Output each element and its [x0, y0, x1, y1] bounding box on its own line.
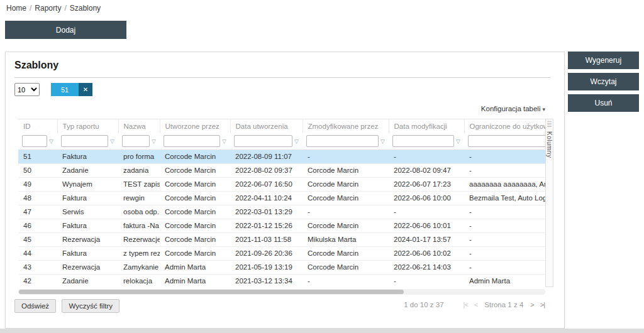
- breadcrumb-current: Szablony: [70, 4, 101, 13]
- filter-input[interactable]: [468, 135, 545, 147]
- filter-funnel-icon[interactable]: ▽: [49, 138, 53, 145]
- breadcrumb-reports-link[interactable]: Raporty: [35, 4, 61, 13]
- table-cell: -: [303, 274, 389, 287]
- filter-input[interactable]: [22, 135, 47, 147]
- page-size-select[interactable]: 10: [14, 83, 40, 96]
- table-cell: -: [303, 150, 389, 163]
- filter-funnel-icon[interactable]: ▽: [110, 138, 114, 145]
- table-cell: Rezerwacja: [57, 260, 118, 274]
- filter-input[interactable]: [392, 135, 454, 147]
- filter-cell: ▽: [230, 133, 303, 150]
- table-cell: 42: [18, 274, 57, 287]
- table-cell: pro forma: [118, 150, 160, 163]
- filter-cell: ▽: [160, 133, 230, 150]
- first-page-icon[interactable]: |<: [464, 301, 468, 308]
- delete-button[interactable]: Usuń: [568, 94, 639, 112]
- header-row: IDTyp raportuNazwaUtworzone przezData ut…: [18, 119, 545, 133]
- generate-button[interactable]: Wygeneruj: [568, 52, 639, 69]
- horizontal-scrollbar[interactable]: [18, 289, 545, 295]
- add-button[interactable]: Dodaj: [5, 21, 126, 39]
- table-cell: aaaaaaaa aaaaaaaa, Anna: [464, 177, 545, 191]
- table-cell: 51: [18, 150, 57, 163]
- filter-funnel-icon[interactable]: ▽: [222, 138, 226, 145]
- table-cell: Admin Marta: [160, 260, 230, 274]
- filter-input[interactable]: [234, 135, 292, 147]
- table-cell: 2022-06-21 14:03: [389, 260, 464, 274]
- prev-page-icon[interactable]: <: [474, 301, 477, 308]
- table-row[interactable]: 43RezerwacjaZamykanie ...Admin Marta2021…: [18, 260, 545, 274]
- filter-funnel-icon[interactable]: ▽: [294, 138, 299, 145]
- table-cell: relokacja: [118, 274, 160, 287]
- table-cell: 47: [18, 205, 57, 219]
- filter-chip[interactable]: 51 ✕: [51, 83, 92, 96]
- table-cell: 2022-06-06 10:02: [389, 246, 464, 260]
- filter-input[interactable]: [164, 135, 220, 147]
- next-page-icon[interactable]: >: [530, 301, 533, 308]
- page-title: Szablony: [14, 60, 58, 71]
- table-cell: Corcode Marcin: [303, 191, 389, 205]
- clear-filters-button[interactable]: Wyczyść filtry: [62, 299, 119, 313]
- column-header[interactable]: Ograniczone do użytkowni: [464, 119, 545, 133]
- grip-icon: ||||: [548, 121, 552, 128]
- filter-input[interactable]: [122, 135, 150, 147]
- breadcrumb-separator: /: [64, 4, 66, 13]
- column-header[interactable]: Utworzone przez: [160, 119, 230, 133]
- table-cell: 45: [18, 232, 57, 246]
- load-button[interactable]: Wczytaj: [568, 73, 639, 90]
- templates-panel: Szablony 10 51 ✕ Konfiguracja tabeli▾ ID…: [5, 52, 565, 329]
- table-row[interactable]: 42ZadanierelokacjaAdmin Marta2021-03-12 …: [18, 274, 545, 287]
- table-row[interactable]: 50ZadaniezadaniaCorcode Marcin2022-08-02…: [18, 163, 545, 177]
- table-cell: 2022-06-07 16:50: [230, 177, 303, 191]
- table-row[interactable]: 49WynajemTEST zapisuCorcode Marcin2022-0…: [18, 177, 545, 191]
- filter-funnel-icon[interactable]: ▽: [380, 138, 385, 145]
- filter-cell: ▽: [303, 133, 389, 150]
- filter-input[interactable]: [306, 135, 379, 147]
- column-header[interactable]: Typ raportu: [57, 119, 118, 133]
- table-config-label: Konfiguracja tabeli: [481, 105, 541, 112]
- table-cell: Corcode Marcin: [160, 177, 230, 191]
- table-cell: Corcode Marcin: [303, 246, 389, 260]
- filter-funnel-icon[interactable]: ▽: [152, 138, 156, 145]
- table-config-link[interactable]: Konfiguracja tabeli▾: [481, 105, 545, 112]
- column-header[interactable]: Data modyfikacji: [389, 119, 464, 133]
- table-cell: Corcode Marcin: [303, 219, 389, 232]
- table-row[interactable]: 46Fakturafaktura -Na...Corcode Marcin202…: [18, 219, 545, 232]
- breadcrumb-home-link[interactable]: Home: [6, 4, 26, 13]
- table-cell: 43: [18, 260, 57, 274]
- scrollbar-thumb[interactable]: [19, 290, 404, 294]
- filter-funnel-icon[interactable]: ▽: [456, 138, 460, 145]
- table-cell: -: [464, 232, 545, 246]
- table-row[interactable]: 51Fakturapro formaCorcode Marcin2022-08-…: [18, 150, 545, 163]
- filter-cell: ▽: [464, 133, 545, 150]
- table-cell: Corcode Marcin: [160, 232, 230, 246]
- table-row[interactable]: 47Serwisosoba odp...Corcode Marcin2022-0…: [18, 205, 545, 219]
- table-cell: 2021-03-12 13:34: [230, 274, 303, 287]
- table-cell: 48: [18, 191, 57, 205]
- last-page-icon[interactable]: >|: [540, 301, 545, 308]
- columns-panel-tab[interactable]: |||| Kolumny: [545, 119, 553, 287]
- table-cell: 44: [18, 246, 57, 260]
- table-row[interactable]: 44Fakturaz typem rez...Corcode Marcin202…: [18, 246, 545, 260]
- filter-input[interactable]: [61, 135, 108, 147]
- table-cell: -: [464, 163, 545, 177]
- table-cell: Corcode Marcin: [160, 219, 230, 232]
- filter-row: ▽▽▽▽▽▽▽▽: [18, 133, 545, 150]
- table-cell: 2021-09-26 20:36: [230, 246, 303, 260]
- table-row[interactable]: 48FakturarewginCorcode Marcin2022-04-11 …: [18, 191, 545, 205]
- table-cell: Corcode Marcin: [160, 205, 230, 219]
- column-header[interactable]: Nazwa: [118, 119, 160, 133]
- table-cell: Bezmaila Test, Auto Logow: [464, 191, 545, 205]
- table-cell: -: [303, 205, 389, 219]
- column-header[interactable]: ID: [18, 119, 57, 133]
- table-cell: -: [389, 274, 464, 287]
- table-row[interactable]: 45RezerwacjaRezerwacjeCorcode Marcin2021…: [18, 232, 545, 246]
- refresh-button[interactable]: Odśwież: [14, 299, 56, 313]
- column-header[interactable]: Data utworzenia: [230, 119, 303, 133]
- filter-chip-close-icon[interactable]: ✕: [79, 83, 92, 96]
- table-cell: -: [464, 260, 545, 274]
- table-cell: 2022-08-02 09:37: [230, 163, 303, 177]
- column-header[interactable]: Zmodyfikowane przez: [303, 119, 389, 133]
- filter-cell: ▽: [389, 133, 464, 150]
- table-cell: Admin Marta: [464, 274, 545, 287]
- title-divider: [14, 77, 550, 78]
